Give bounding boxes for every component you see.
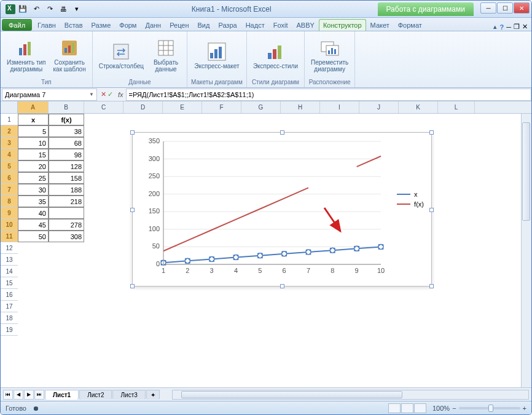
row-header-16[interactable]: 16 (1, 289, 18, 301)
print-icon[interactable]: 🖶 (57, 3, 69, 15)
name-box[interactable]: ▼ (2, 89, 97, 101)
cell-B9[interactable] (49, 207, 84, 219)
tab-foxit[interactable]: Foxit (269, 19, 292, 31)
hscroll-thumb[interactable] (181, 391, 402, 398)
col-header-J[interactable]: J (359, 101, 399, 113)
tab-format[interactable]: Формат (394, 19, 426, 31)
row-header-12[interactable]: 12 (1, 242, 18, 254)
tab-abbyy[interactable]: ABBY (292, 19, 319, 31)
cell-B1[interactable]: f(x) (49, 114, 84, 125)
vscroll-thumb[interactable] (522, 122, 530, 221)
tab-maket[interactable]: Макет (366, 19, 394, 31)
row-header-19[interactable]: 19 (1, 324, 18, 336)
sheet-nav-prev[interactable]: ◀ (14, 390, 23, 400)
col-header-K[interactable]: K (399, 101, 438, 113)
col-header-D[interactable]: D (123, 101, 163, 113)
cell-B10[interactable]: 278 (49, 219, 84, 231)
horizontal-scrollbar[interactable] (172, 390, 529, 400)
tab-view[interactable]: Вид (194, 19, 214, 31)
cell-B11[interactable]: 308 (49, 231, 84, 242)
row-header-13[interactable]: 13 (1, 254, 18, 266)
doc-close-icon[interactable]: ✕ (522, 23, 528, 31)
row-header-9[interactable]: 9 (1, 207, 18, 219)
tab-layout[interactable]: Разме (87, 19, 115, 31)
tab-addins[interactable]: Надст (241, 19, 269, 31)
qat-dropdown-icon[interactable]: ▾ (71, 3, 83, 15)
name-box-input[interactable] (5, 91, 89, 98)
row-header-10[interactable]: 10 (1, 219, 18, 231)
maximize-button[interactable]: ☐ (497, 2, 513, 14)
tab-file[interactable]: Файл (2, 19, 32, 31)
row-header-11[interactable]: 11 (1, 231, 18, 242)
row-header-15[interactable]: 15 (1, 277, 18, 289)
save-template-button[interactable]: Сохранить как шаблон (50, 37, 88, 74)
view-normal-button[interactable] (388, 403, 401, 413)
minimize-button[interactable]: ─ (480, 2, 496, 14)
cell-B3[interactable]: 68 (49, 137, 84, 149)
row-header-3[interactable]: 3 (1, 137, 18, 149)
row-header-4[interactable]: 4 (1, 149, 18, 160)
row-header-7[interactable]: 7 (1, 184, 18, 196)
legend-item-fx[interactable]: f(x) (397, 200, 424, 208)
row-header-14[interactable]: 14 (1, 266, 18, 277)
tab-constructor[interactable]: Конструктор (319, 19, 366, 31)
redo-icon[interactable]: ↷ (44, 3, 56, 15)
cell-A9[interactable]: 40 (18, 207, 49, 219)
vertical-scrollbar[interactable] (521, 114, 531, 387)
doc-restore-icon[interactable]: ❐ (514, 23, 520, 31)
cell-A2[interactable]: 5 (18, 125, 49, 137)
cell-A3[interactable]: 10 (18, 137, 49, 149)
name-box-dropdown-icon[interactable]: ▼ (89, 92, 94, 97)
sheet-nav-last[interactable]: ⏭ (34, 390, 44, 400)
new-sheet-button[interactable]: ✦ (146, 390, 160, 400)
row-header-2[interactable]: 2 (1, 125, 18, 137)
tab-data[interactable]: Данн (141, 19, 165, 31)
view-page-break-button[interactable] (414, 403, 426, 413)
cell-A1[interactable]: x (18, 114, 49, 125)
row-header-6[interactable]: 6 (1, 172, 18, 184)
chart-legend[interactable]: x f(x) (397, 188, 424, 210)
save-icon[interactable]: 💾 (17, 3, 29, 15)
zoom-thumb[interactable] (488, 405, 493, 412)
cancel-icon[interactable]: ✕ (101, 90, 106, 98)
zoom-level[interactable]: 100% (432, 405, 450, 412)
zoom-slider[interactable] (459, 407, 520, 409)
zoom-out-button[interactable]: − (452, 405, 456, 412)
doc-minimize-icon[interactable]: ─ (506, 23, 511, 31)
cell-A5[interactable]: 20 (18, 160, 49, 172)
row-header-1[interactable]: 1 (1, 114, 18, 125)
move-chart-button[interactable]: Переместить диаграмму (308, 37, 351, 74)
cell-A4[interactable]: 15 (18, 149, 49, 160)
select-data-button[interactable]: Выбрать данные (149, 37, 183, 74)
sheet-nav-next[interactable]: ▶ (24, 390, 34, 400)
col-header-L[interactable]: L (438, 101, 475, 113)
tab-home[interactable]: Главн (33, 19, 60, 31)
sheet-tab-1[interactable]: Лист1 (45, 390, 79, 400)
cell-A10[interactable]: 45 (18, 219, 49, 231)
row-header-8[interactable]: 8 (1, 196, 18, 207)
enter-icon[interactable]: ✓ (108, 90, 113, 98)
view-page-layout-button[interactable] (401, 403, 413, 413)
change-chart-type-button[interactable]: Изменить тип диаграммы (4, 37, 48, 74)
cell-B8[interactable]: 218 (49, 196, 84, 207)
cell-A11[interactable]: 50 (18, 231, 49, 242)
close-button[interactable]: ✕ (514, 2, 530, 14)
col-header-I[interactable]: I (320, 101, 359, 113)
express-layout-button[interactable]: Экспресс-макет (192, 41, 241, 71)
sheet-tab-2[interactable]: Лист2 (79, 390, 112, 400)
undo-icon[interactable]: ↶ (30, 3, 42, 15)
col-header-E[interactable]: E (163, 101, 202, 113)
formula-input[interactable]: =РЯД(Лист1!$A$1;;Лист1!$A$2:$A$11;1) (126, 89, 531, 101)
col-header-G[interactable]: G (241, 101, 281, 113)
cell-B5[interactable]: 128 (49, 160, 84, 172)
chart-plot-area[interactable]: 05010015020025030035012345678910 (133, 133, 432, 287)
cell-B4[interactable]: 98 (49, 149, 84, 160)
chart-object[interactable]: 05010015020025030035012345678910 x f(x) (132, 132, 432, 287)
minimize-ribbon-icon[interactable]: ▴ (493, 23, 497, 31)
tab-insert[interactable]: Встав (60, 19, 87, 31)
cell-B7[interactable]: 188 (49, 184, 84, 196)
switch-row-col-button[interactable]: Строка/столбец (96, 41, 146, 71)
help-icon[interactable]: ? (499, 23, 504, 31)
tab-review[interactable]: Рецен (165, 19, 193, 31)
excel-icon[interactable] (6, 4, 15, 14)
